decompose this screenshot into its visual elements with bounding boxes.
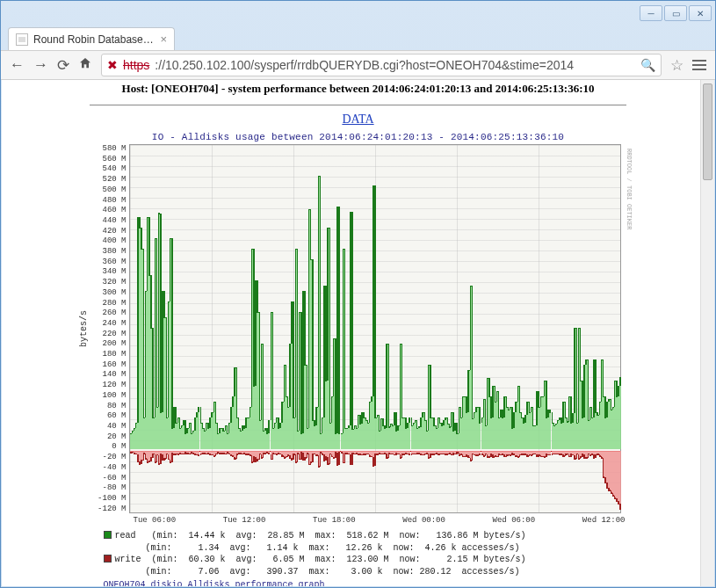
y-tick: -40 M	[90, 463, 127, 472]
chart-plot-area: RRDTOOL / TOBI OETIKER	[129, 144, 621, 513]
x-tick: Tue 12:00	[223, 516, 266, 525]
page-favicon	[16, 33, 28, 46]
x-tick: Wed 06:00	[493, 516, 536, 525]
tab-title: Round Robin Database Qu	[33, 33, 155, 46]
scrollbar-thumb[interactable]	[703, 83, 712, 180]
y-tick: 300 M	[90, 288, 127, 297]
url-scheme: https	[123, 58, 149, 72]
x-tick: Wed 12:00	[582, 516, 626, 525]
y-tick: 40 M	[90, 422, 127, 431]
y-tick: 260 M	[90, 309, 127, 317]
y-tick: 480 M	[90, 196, 127, 205]
chart-footer: ONEOH704 diskio Alldisks performance gra…	[104, 579, 640, 586]
window-titlebar: ─ ▭ ✕	[1, 1, 715, 25]
y-tick: -80 M	[90, 483, 127, 492]
ssl-warning-icon: ✖	[107, 58, 118, 72]
search-icon: 🔍	[640, 58, 655, 72]
y-tick: 420 M	[90, 227, 127, 236]
y-tick: 460 M	[90, 206, 127, 214]
y-tick: 360 M	[90, 258, 127, 266]
browser-toolbar: ← → ⟳ ✖ https ://10.250.102.100/sysperf/…	[1, 50, 715, 80]
y-tick: 380 M	[90, 247, 127, 256]
legend-swatch-read	[104, 531, 112, 539]
y-tick: -100 M	[90, 494, 127, 503]
y-tick: 140 M	[90, 370, 127, 379]
y-tick: 580 M	[90, 144, 127, 153]
y-tick: 240 M	[90, 319, 127, 328]
chart-y-axis-ticks: 580 M560 M540 M520 M500 M480 M460 M440 M…	[90, 144, 129, 513]
vertical-scrollbar[interactable]	[700, 80, 714, 586]
data-link[interactable]: DATA	[2, 113, 714, 127]
forward-button[interactable]: →	[33, 56, 48, 74]
back-button[interactable]: ←	[10, 56, 25, 74]
home-button[interactable]	[78, 56, 92, 74]
page-content: Host: [ONEOH704] - system performance be…	[2, 80, 714, 586]
window-close-button[interactable]: ✕	[689, 5, 712, 21]
browser-tab[interactable]: Round Robin Database Qu ×	[8, 27, 175, 50]
y-tick: 180 M	[90, 350, 127, 359]
y-tick: 20 M	[90, 432, 127, 441]
y-tick: 520 M	[90, 175, 127, 184]
y-tick: 60 M	[90, 411, 127, 420]
y-tick: 320 M	[90, 278, 127, 287]
y-tick: 560 M	[90, 155, 127, 163]
x-tick: Tue 06:00	[134, 516, 177, 525]
y-tick: 100 M	[90, 391, 127, 400]
chart-y-axis-label: bytes/s	[77, 144, 90, 513]
y-tick: 500 M	[90, 185, 127, 194]
y-tick: 0 M	[90, 442, 127, 451]
tab-close-icon[interactable]: ×	[160, 33, 167, 46]
y-tick: 160 M	[90, 360, 127, 369]
y-tick: 440 M	[90, 216, 127, 225]
hamburger-menu-button[interactable]	[692, 60, 706, 70]
divider	[90, 105, 626, 105]
y-tick: 80 M	[90, 402, 127, 410]
window-maximize-button[interactable]: ▭	[664, 5, 687, 21]
browser-window: ─ ▭ ✕ Round Robin Database Qu × ← → ⟳ ✖ …	[0, 0, 716, 588]
y-tick: -20 M	[90, 453, 127, 461]
y-tick: 120 M	[90, 381, 127, 389]
chart-read-series	[130, 143, 620, 449]
tab-strip: Round Robin Database Qu ×	[1, 25, 715, 50]
y-tick: 540 M	[90, 164, 127, 173]
y-tick: 400 M	[90, 236, 127, 245]
chart-write-series	[130, 451, 620, 514]
y-tick: 200 M	[90, 339, 127, 348]
y-tick: 220 M	[90, 330, 127, 338]
page-title: Host: [ONEOH704] - system performance be…	[2, 80, 714, 101]
reload-button[interactable]: ⟳	[57, 56, 69, 75]
legend-swatch-write	[104, 555, 112, 563]
y-tick: -60 M	[90, 474, 127, 483]
chart-x-axis-ticks: Tue 06:00Tue 12:00Tue 18:00Wed 00:00Wed …	[134, 513, 626, 525]
chart-legend: read (min: 14.44 k avg: 28.85 M max: 518…	[104, 525, 640, 586]
y-tick: 280 M	[90, 299, 127, 308]
rrd-chart: IO - Alldisks usage between 2014:06:24:0…	[77, 130, 640, 586]
x-tick: Wed 00:00	[402, 516, 445, 525]
rrdtool-credit: RRDTOOL / TOBI OETIKER	[626, 149, 633, 229]
chart-title: IO - Alldisks usage between 2014:06:24:0…	[77, 130, 640, 144]
address-bar[interactable]: ✖ https ://10.250.102.100/sysperf/rrdbQU…	[101, 54, 662, 76]
y-tick: -120 M	[90, 505, 127, 513]
bookmark-star-icon[interactable]: ☆	[670, 56, 683, 75]
x-tick: Tue 18:00	[313, 516, 356, 525]
y-tick: 340 M	[90, 267, 127, 276]
url-text: ://10.250.102.100/sysperf/rrdbQUERYDB.cg…	[155, 58, 635, 72]
window-minimize-button[interactable]: ─	[640, 5, 662, 21]
